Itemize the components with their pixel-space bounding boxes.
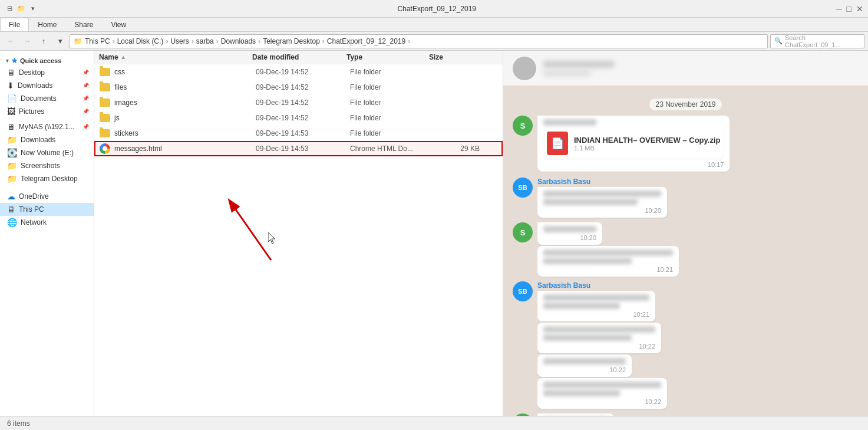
- sidebar-item-network[interactable]: 🌐 Network: [0, 216, 94, 229]
- folder-icon: [99, 112, 111, 124]
- table-row[interactable]: images 09-Dec-19 14:52 File folder: [94, 95, 503, 110]
- date-divider: 23 November 2019: [513, 100, 859, 109]
- file-date: 09-Dec-19 14:52: [256, 99, 350, 107]
- avatar-sb2: SB: [513, 178, 533, 198]
- col-type-header[interactable]: Type: [346, 53, 429, 61]
- path-segment-c[interactable]: Local Disk (C:): [117, 37, 164, 45]
- msg-content-1: 📄 INDIAN HEALTH– OVERVIEW – Copy.zip 1.1…: [537, 116, 730, 172]
- sidebar-item-telegram[interactable]: 📁 Telegram Desktop: [0, 172, 94, 185]
- chat-sub-blurred: [543, 70, 590, 76]
- pin-icon4: 📌: [82, 109, 89, 114]
- file-date: 09-Dec-19 14:52: [256, 83, 350, 91]
- file-type: File folder: [350, 83, 433, 91]
- msg-bubble-4b: 10:22: [537, 354, 632, 377]
- path-segment-telegram[interactable]: Telegram Desktop: [263, 37, 320, 45]
- desktop-icon: 🖥: [7, 68, 15, 77]
- table-row[interactable]: files 09-Dec-19 14:52 File folder: [94, 80, 503, 95]
- maximize-button[interactable]: □: [847, 4, 852, 14]
- msg-text-blurred4g: [543, 390, 620, 396]
- table-row[interactable]: stickers 09-Dec-19 14:53 File folder: [94, 126, 503, 141]
- sidebar-item-label-downloads: Downloads: [18, 81, 79, 90]
- sidebar-item-desktop[interactable]: 🖥 Desktop 📌: [0, 66, 94, 79]
- search-input[interactable]: 🔍 Search ChatExport_09_1...: [770, 34, 864, 48]
- minimize-button[interactable]: ─: [836, 4, 842, 14]
- screenshots-icon: 📁: [7, 161, 17, 170]
- msg-text-blurred3: [543, 226, 596, 232]
- quick-access-title: Quick access: [20, 57, 61, 64]
- sender-name-blurred: [543, 119, 596, 126]
- message-group-4: SB Sarbasish Basu 10:21: [513, 281, 859, 321]
- file-name: files: [114, 83, 256, 91]
- msg-text-blurred4: [543, 294, 649, 301]
- avatar-sb4: SB: [513, 281, 533, 301]
- sidebar-item-downloads[interactable]: ⬇ Downloads 📌: [0, 79, 94, 92]
- sidebar-item-label-pictures: Pictures: [19, 107, 79, 116]
- window-control-buttons[interactable]: ─ □ ✕: [836, 4, 863, 14]
- sidebar-item-onedrive[interactable]: ☁ OneDrive: [0, 190, 94, 203]
- msg-bubble-2: 10:20: [537, 187, 667, 218]
- title-bar-icon: ⊟: [5, 4, 14, 14]
- downloads2-icon: 📁: [7, 135, 17, 145]
- msg-sender-4: Sarbasish Basu: [537, 281, 655, 290]
- sidebar-item-label-downloads2: Downloads: [21, 136, 89, 144]
- file-name: css: [114, 68, 256, 76]
- col-size-header[interactable]: Size: [429, 53, 476, 61]
- sidebar-item-documents[interactable]: 📄 Documents 📌: [0, 92, 94, 105]
- path-segment-chatexport[interactable]: ChatExport_09_12_2019: [327, 37, 405, 45]
- down-arrow-icon[interactable]: ▾: [28, 4, 38, 14]
- path-segment-downloads[interactable]: Downloads: [221, 37, 256, 45]
- col-date-header[interactable]: Date modified: [252, 53, 346, 61]
- pin-icon5: 📌: [82, 124, 89, 130]
- sort-icon: ▲: [121, 54, 126, 60]
- msg-time-3: 10:20: [543, 234, 596, 241]
- address-bar: ← → ↑ ▾ 📁 This PC › Local Disk (C:) › Us…: [0, 32, 868, 51]
- nav-forward-button[interactable]: →: [20, 34, 34, 48]
- folder-icon: [99, 97, 111, 109]
- sidebar-item-mynas[interactable]: 🖥 MyNAS (\\192.1... 📌: [0, 120, 94, 133]
- window-title: ChatExport_09_12_2019: [41, 5, 833, 13]
- title-bar-controls[interactable]: ⊟ 📁 ▾: [5, 4, 38, 14]
- tab-share[interactable]: Share: [65, 18, 102, 31]
- network-icon: 🌐: [7, 218, 17, 227]
- msg-content-2: Sarbasish Basu 10:20: [537, 178, 667, 218]
- chat-name-blurred: [543, 61, 614, 68]
- chat-header-info: [543, 61, 859, 76]
- column-headers: Name ▲ Date modified Type Size: [94, 51, 503, 64]
- msg-continuation-4c: 10:22: [537, 378, 859, 409]
- close-button[interactable]: ✕: [856, 4, 863, 14]
- msg-content-5: 10:25: [537, 413, 614, 416]
- table-row-messages[interactable]: messages.html 09-Dec-19 14:53 Chrome HTM…: [94, 141, 503, 156]
- sidebar-item-label-network: Network: [21, 218, 89, 227]
- tab-home[interactable]: Home: [29, 18, 65, 31]
- file-size-messages: 29 KB: [433, 145, 480, 153]
- path-icon: 📁: [74, 37, 82, 45]
- zip-icon: 📄: [547, 132, 568, 155]
- path-segment-users[interactable]: Users: [170, 37, 189, 45]
- nav-up-button[interactable]: ↑: [37, 34, 51, 48]
- sidebar-item-newvolume[interactable]: 💽 New Volume (E:): [0, 146, 94, 159]
- sidebar-item-pictures[interactable]: 🖼 Pictures 📌: [0, 105, 94, 118]
- path-segment-sarba[interactable]: sarba: [196, 37, 214, 45]
- msg-attachment[interactable]: 📄 INDIAN HEALTH– OVERVIEW – Copy.zip 1.1…: [543, 128, 724, 159]
- msg-text-blurred4d: [543, 334, 632, 341]
- col-name-header[interactable]: Name ▲: [99, 53, 252, 61]
- nav-back-button[interactable]: ←: [4, 34, 18, 48]
- sidebar-item-label-telegram: Telegram Desktop: [21, 175, 89, 183]
- sidebar-item-downloads2[interactable]: 📁 Downloads: [0, 133, 94, 146]
- recent-locations-button[interactable]: ▾: [53, 34, 67, 48]
- message-group-3: S 10:20: [513, 222, 859, 245]
- sidebar-item-thispc[interactable]: 🖥 This PC: [0, 203, 94, 216]
- table-row[interactable]: js 09-Dec-19 14:52 File folder: [94, 110, 503, 126]
- table-row[interactable]: css 09-Dec-19 14:52 File folder: [94, 64, 503, 80]
- file-name: js: [114, 114, 256, 122]
- path-segment-thispc[interactable]: This PC: [85, 37, 110, 45]
- msg-time-1: 10:17: [543, 161, 724, 168]
- sidebar-item-screenshots[interactable]: 📁 Screenshots: [0, 159, 94, 172]
- file-type-messages: Chrome HTML Do...: [350, 145, 433, 153]
- tab-view[interactable]: View: [102, 18, 135, 31]
- tab-file[interactable]: File: [0, 18, 29, 31]
- msg-time-4a: 10:22: [543, 343, 655, 350]
- onedrive-icon: ☁: [7, 192, 15, 201]
- address-path[interactable]: 📁 This PC › Local Disk (C:) › Users › sa…: [70, 34, 768, 48]
- quick-access-arrow[interactable]: ▾: [6, 58, 9, 64]
